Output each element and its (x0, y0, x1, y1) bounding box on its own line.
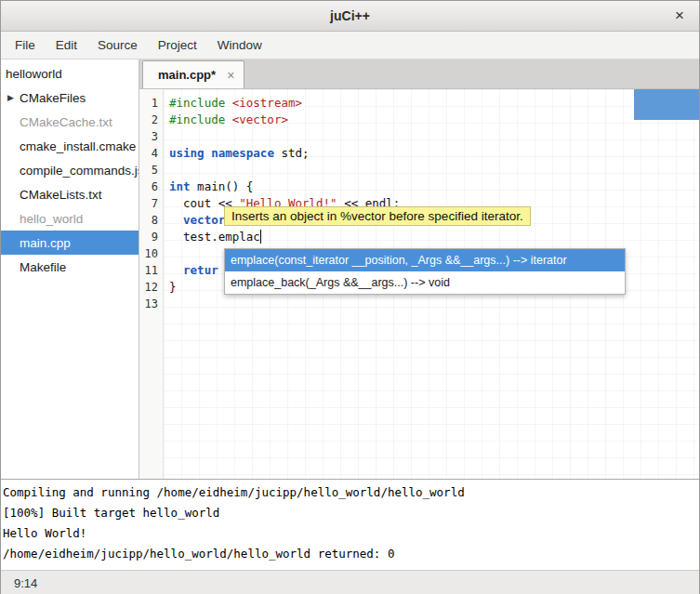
line-number: 1 (139, 95, 163, 112)
code-segment: std; (274, 146, 310, 160)
tab-label: main.cpp* (158, 68, 216, 82)
file-item-helloworld[interactable]: helloworld (1, 61, 139, 86)
code-segment: main() { (191, 179, 254, 193)
code-line[interactable]: int main() { (169, 178, 699, 195)
file-item-label: CMakeCache.txt (20, 115, 112, 129)
line-number: 2 (139, 112, 163, 128)
tab-main-cpp[interactable]: main.cpp* × (142, 60, 244, 88)
app-window: juCi++ × FileEditSourceProjectWindow hel… (0, 0, 700, 594)
file-item-label: helloworld (6, 67, 62, 81)
terminal-line: Hello World! (3, 523, 697, 544)
code-segment: retur (183, 263, 218, 277)
file-item-cmake-install-cmake[interactable]: cmake_install.cmake (1, 134, 139, 158)
file-item-compile-commands-json[interactable]: compile_commands.json (1, 158, 139, 182)
file-item-label: compile_commands.json (20, 164, 139, 178)
line-number: 11 (139, 262, 163, 279)
line-number: 12 (139, 279, 163, 296)
expander-icon[interactable]: ▶ (7, 93, 14, 102)
code-segment: int (169, 179, 191, 193)
completion-popup: emplace(const_iterator __position, _Args… (224, 248, 626, 295)
statusbar: 9:14 (1, 570, 699, 594)
line-number: 4 (139, 145, 163, 162)
menu-source[interactable]: Source (87, 33, 148, 57)
cursor-position: 9:14 (14, 576, 37, 590)
line-number: 3 (139, 128, 163, 145)
code-line[interactable] (169, 128, 699, 145)
completion-item[interactable]: emplace(const_iterator __position, _Args… (225, 249, 625, 271)
file-item-cmakefiles[interactable]: ▶CMakeFiles (1, 86, 139, 110)
code-segment: #include (169, 112, 232, 126)
line-number: 7 (139, 195, 163, 212)
code-segment: namespace (211, 146, 274, 160)
code-segment: #include (169, 96, 232, 110)
code-segment: } (169, 280, 177, 294)
scrollbar-thumb[interactable] (634, 89, 699, 120)
code-line[interactable] (169, 162, 699, 178)
code-segment (169, 213, 183, 227)
code-line[interactable]: using namespace std; (169, 145, 699, 162)
line-number: 6 (139, 178, 163, 195)
terminal-line: [100%] Built target hello_world (3, 503, 697, 523)
code-segment: <vector> (232, 112, 288, 126)
code-segment: test.emplac (169, 230, 260, 244)
terminal-line: Compiling and running /home/eidheim/juci… (3, 482, 697, 503)
tab-close-icon[interactable]: × (227, 68, 234, 83)
file-item-cmakecache-txt[interactable]: CMakeCache.txt (1, 110, 139, 134)
titlebar: juCi++ × (1, 1, 699, 32)
code-segment: <iostream> (232, 96, 302, 110)
completion-doc-tooltip: Inserts an object in %vector before spec… (224, 206, 531, 226)
line-number: 10 (139, 245, 163, 262)
file-item-label: CMakeFiles (20, 91, 86, 105)
build-output-panel: Compiling and running /home/eidheim/juci… (1, 479, 699, 570)
line-number: 9 (139, 229, 163, 245)
menu-file[interactable]: File (5, 33, 46, 57)
file-item-makefile[interactable]: Makefile (1, 255, 139, 279)
menu-project[interactable]: Project (148, 33, 207, 57)
file-item-main-cpp[interactable]: main.cpp (1, 231, 139, 255)
window-title: juCi++ (330, 8, 370, 23)
code-line[interactable] (169, 296, 699, 312)
file-item-label: hello_world (20, 212, 83, 226)
text-cursor (260, 230, 262, 244)
tabbar: main.cpp* × (139, 59, 699, 89)
code-line[interactable]: #include <vector> (169, 112, 699, 128)
code-segment: vector (183, 213, 225, 227)
terminal-line: /home/eidheim/jucipp/hello_world/hello_w… (3, 544, 697, 564)
line-number: 13 (139, 296, 163, 312)
file-tree: helloworld▶CMakeFilesCMakeCache.txtcmake… (1, 59, 139, 479)
file-item-hello-world[interactable]: hello_world (1, 206, 139, 231)
menu-window[interactable]: Window (207, 33, 272, 57)
line-number: 5 (139, 162, 163, 178)
completion-item[interactable]: emplace_back(_Args &&__args...) --> void (225, 271, 625, 294)
file-item-label: cmake_install.cmake (20, 139, 136, 153)
file-item-label: Makefile (20, 260, 66, 274)
file-item-cmakelists-txt[interactable]: CMakeLists.txt (1, 182, 139, 206)
line-number-gutter: 12345678910111213 (139, 89, 164, 479)
code-line[interactable]: test.emplac (169, 229, 699, 245)
line-number: 8 (139, 212, 163, 229)
file-item-label: CMakeLists.txt (20, 188, 102, 202)
close-icon[interactable]: × (667, 7, 692, 25)
code-segment (169, 263, 183, 277)
menu-edit[interactable]: Edit (46, 33, 87, 57)
menubar: FileEditSourceProjectWindow (1, 32, 699, 59)
code-segment: using (169, 146, 205, 160)
file-item-label: main.cpp (20, 236, 71, 250)
code-line[interactable]: #include <iostream> (169, 95, 699, 112)
